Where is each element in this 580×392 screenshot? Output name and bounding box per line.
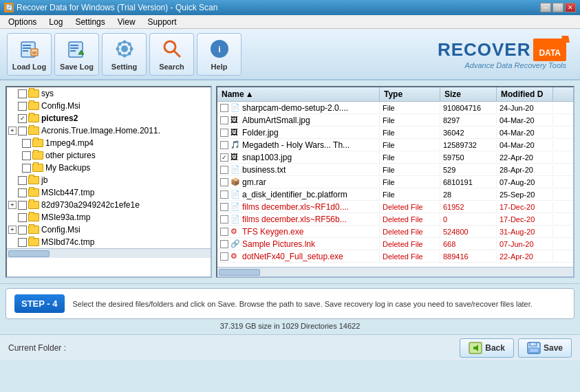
tree-item-other-pictures[interactable]: other pictures [7,149,211,162]
tree-check-jb[interactable] [18,176,27,185]
col-header-name[interactable]: Name ▲ [217,87,380,101]
svg-point-12 [121,45,128,52]
file-row[interactable]: 📄 films december.xls~RF1d0.... Deleted F… [217,201,573,213]
file-row[interactable]: 📄 a_disk_identifier_bc.platform File 28 … [217,188,573,201]
load-log-button[interactable]: Load Log [7,33,52,76]
file-row[interactable]: 🖼 AlbumArtSmall.jpg File 8297 04-Mar-20 [217,114,573,127]
file-check[interactable] [220,178,228,186]
file-row[interactable]: 📄 business.txt File 529 28-Apr-20 [217,164,573,176]
file-list[interactable]: 📄 sharpcam-demo-setup-2.0.... File 91080… [217,102,573,267]
file-cell-modified: 31-Aug-20 [497,227,553,237]
col-header-type[interactable]: Type [380,87,440,101]
file-row[interactable]: ⚙ dotNetFx40_Full_setup.exe Deleted File… [217,250,573,263]
logo-data: DATA [533,39,566,61]
tree-check-my-backups[interactable] [22,164,31,173]
tree-check-mslbd74c[interactable] [18,238,27,247]
tree-item-mslbd74c[interactable]: MSIbd74c.tmp [7,236,211,248]
close-button[interactable]: ✕ [565,3,576,12]
setting-button[interactable]: Setting [102,33,147,76]
tree-item-sys[interactable]: sys [7,87,211,100]
tree-check-82d97[interactable] [18,201,27,210]
tree-check-mslcb447[interactable] [18,188,27,197]
col-header-modified[interactable]: Modified D [497,87,553,101]
file-hscroll-bar[interactable] [219,269,260,276]
file-check[interactable] [220,252,228,261]
menu-log[interactable]: Log [43,16,68,28]
search-button[interactable]: Search [149,33,194,76]
help-icon: i [208,38,230,60]
tree-item-config-msi-1[interactable]: Config.Msi [7,100,211,112]
file-check[interactable] [220,190,228,199]
logo-tagline: Advance Data Recovery Tools [438,61,566,69]
tree-item-82d97[interactable]: + 82d9730a2949242c1efe1e [7,199,211,211]
tree-check-other-pictures[interactable] [22,151,31,160]
tree-panel[interactable]: sys Config.Msi pictures2 + Acronis.True.… [6,86,212,278]
tree-item-acronis[interactable]: + Acronis.True.Image.Home.2011. [7,124,211,137]
file-check[interactable] [220,228,228,236]
tree-check-config-msi-2[interactable] [18,226,27,235]
tree-item-pictures2[interactable]: pictures2 [7,112,211,124]
menu-support[interactable]: Support [142,16,182,28]
file-row[interactable]: 🖼 snap1003.jpg File 59750 22-Apr-20 [217,151,573,164]
file-hscroll[interactable] [217,267,573,276]
expand-btn-82d97[interactable]: + [8,201,17,209]
tree-check-pictures2[interactable] [18,114,27,123]
file-row[interactable]: 📦 gm.rar File 6810191 07-Aug-20 [217,176,573,188]
folder-icon-config-msi-1 [28,102,39,110]
folder-icon-sys [28,89,39,98]
file-row[interactable]: 🖼 Folder.jpg File 36042 04-Mar-20 [217,127,573,139]
file-check[interactable] [220,153,228,162]
menu-settings[interactable]: Settings [69,16,110,28]
file-row[interactable]: 🎵 Megadeth - Holy Wars... Th... File 125… [217,139,573,151]
tree-item-jb[interactable]: jb [7,174,211,186]
maximize-button[interactable]: □ [552,3,563,12]
file-cell-size: 8297 [440,116,497,125]
file-panel[interactable]: Name ▲ Type Size Modified D 📄 sharpcam-d… [216,86,574,278]
file-check[interactable] [220,141,228,149]
file-row[interactable]: 🔗 Sample Pictures.lnk Deleted File 668 0… [217,238,573,250]
tree-check-acronis[interactable] [18,127,27,135]
file-row[interactable]: ⚙ TFS Keygen.exe Deleted File 524800 31-… [217,226,573,238]
file-check[interactable] [220,166,228,174]
help-button[interactable]: i Help [197,33,241,76]
svg-point-17 [118,42,121,45]
file-cell-type: File [380,140,440,150]
col-header-size[interactable]: Size [440,87,497,101]
file-check[interactable] [220,129,228,137]
tree-check-msle93a[interactable] [18,213,27,222]
save-log-icon [66,38,88,60]
file-check[interactable] [220,240,228,248]
tree-item-mslcb447[interactable]: MSIcb447.tmp [7,186,211,199]
svg-point-20 [118,52,121,55]
menu-options[interactable]: Options [3,16,42,28]
file-check[interactable] [220,104,228,112]
save-log-button[interactable]: Save Log [54,33,99,76]
back-button[interactable]: Back [460,338,514,358]
file-cell-size: 0 [440,215,497,224]
tree-check-sys[interactable] [18,89,27,98]
file-row[interactable]: 📄 sharpcam-demo-setup-2.0.... File 91080… [217,102,573,114]
file-row[interactable]: 📄 films december.xls~RF56b... Deleted Fi… [217,213,573,226]
expand-btn-acronis[interactable]: + [8,127,17,135]
menu-view[interactable]: View [112,16,141,28]
step-box: STEP - 4 Select the desired files/folder… [6,288,574,319]
save-button[interactable]: Save [518,338,572,358]
expand-btn-config-msi-2[interactable]: + [8,226,17,234]
file-type-icon: 🔗 [230,239,240,249]
tree-check-config-msi-1[interactable] [18,102,27,111]
tree-hscroll[interactable] [7,248,211,258]
tree-item-1mpeg4[interactable]: 1mpeg4.mp4 [7,137,211,149]
tree-item-msle93a[interactable]: MSIe93a.tmp [7,211,211,224]
minimize-button[interactable]: ─ [540,3,551,12]
tree-item-config-msi-2[interactable]: + Config.Msi [7,224,211,236]
tree-item-my-backups[interactable]: My Backups [7,162,211,174]
tree-check-1mpeg4[interactable] [22,139,31,148]
file-type-icon: 📄 [230,215,240,224]
file-cell-name: 📄 business.txt [217,164,380,175]
file-cell-size: 524800 [440,227,497,237]
file-cell-name: 📄 films december.xls~RF1d0.... [217,202,380,213]
file-check[interactable] [220,203,228,211]
tree-hscroll-bar[interactable] [8,250,50,257]
file-check[interactable] [220,116,228,124]
file-check[interactable] [220,215,228,224]
